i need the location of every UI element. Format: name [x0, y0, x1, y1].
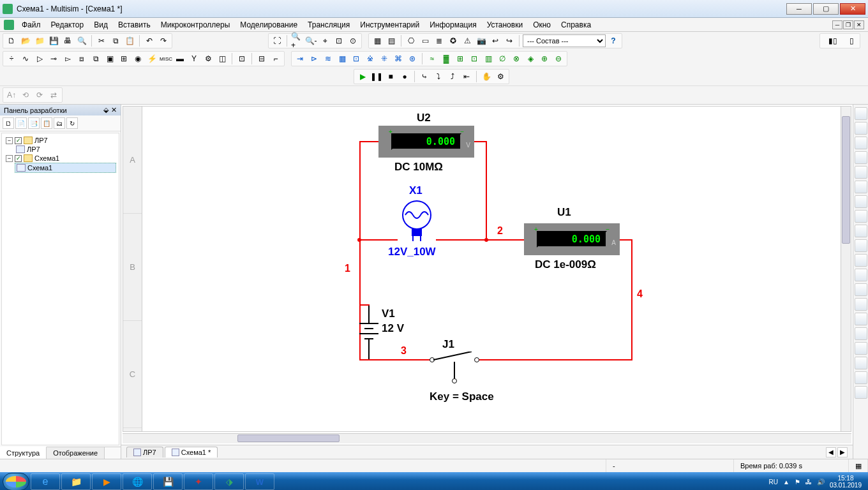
function-gen-button[interactable] — [855, 122, 867, 135]
taskbar-wmp[interactable]: ▶ — [92, 473, 121, 490]
panel-tb-3[interactable]: 📑 — [28, 117, 40, 129]
meas-7-button[interactable]: ⊗ — [510, 52, 523, 65]
pin-icon[interactable]: ⬙ — [103, 106, 108, 114]
place-rf-button[interactable]: Y — [188, 52, 200, 65]
menu-options[interactable]: Установки — [482, 19, 528, 31]
new-button[interactable]: 🗋 — [5, 34, 18, 47]
erc-button[interactable]: ⚠ — [461, 34, 474, 47]
tray-volume-icon[interactable]: 🔊 — [817, 479, 825, 486]
sim-step-out-button[interactable]: ⤴ — [446, 70, 459, 83]
postproc-button[interactable]: ⎔ — [405, 34, 417, 47]
taskbar-chrome[interactable]: 🌐 — [123, 473, 152, 490]
place-basic-button[interactable]: ∿ — [19, 52, 32, 65]
meas-3-button[interactable]: ⊞ — [454, 52, 467, 65]
menu-reports[interactable]: Информация — [424, 19, 481, 31]
wire-black[interactable] — [368, 343, 370, 360]
panel-tb-1[interactable]: 🗋 — [3, 117, 14, 129]
panel-tab-structure[interactable]: Структура — [0, 447, 47, 459]
logic-analyzer-button[interactable] — [855, 225, 867, 237]
menu-file[interactable]: Файл — [17, 19, 46, 31]
tree-child-lr7[interactable]: ЛР7 — [15, 145, 116, 154]
panel-tb-2[interactable]: 📄 — [15, 117, 27, 129]
place-source-button[interactable]: ÷ — [5, 52, 18, 65]
wire[interactable] — [474, 141, 487, 142]
menu-edit[interactable]: Редактор — [46, 19, 89, 31]
probe-7-button[interactable]: ⌘ — [392, 52, 405, 65]
place-transistor-button[interactable]: ⊸ — [47, 52, 60, 65]
meas-6-button[interactable]: ∅ — [496, 52, 509, 65]
meas-2-button[interactable]: ▓ — [440, 52, 453, 65]
component-wizard-button[interactable]: ✪ — [447, 34, 460, 47]
oscilloscope-button[interactable] — [855, 151, 867, 164]
tray-up-icon[interactable]: ▲ — [783, 479, 789, 486]
wire[interactable] — [620, 239, 632, 241]
probe-ref-button[interactable]: ⊡ — [350, 52, 363, 65]
forward-annotate-button[interactable]: ↪ — [503, 34, 516, 47]
zoom-100-button[interactable]: ⊙ — [347, 34, 359, 47]
doc-tab-lr7[interactable]: ЛР7 — [126, 447, 163, 457]
current-probe-button[interactable] — [855, 386, 867, 399]
run-switch[interactable]: ▮▯ — [822, 34, 844, 47]
sim-stop-button[interactable]: ■ — [384, 70, 397, 83]
wire[interactable] — [359, 239, 398, 241]
menu-simulate[interactable]: Моделирование — [235, 19, 303, 31]
wattmeter-button[interactable] — [855, 137, 867, 149]
rotate-right-button[interactable]: ⟳ — [33, 89, 46, 101]
sim-step-back-button[interactable]: ⇤ — [460, 70, 473, 83]
place-ttl-button[interactable]: ⧈ — [75, 52, 88, 65]
sim-run-button[interactable]: ▶ — [356, 70, 369, 83]
mdi-minimize[interactable]: ─ — [832, 20, 842, 29]
collapse-icon[interactable]: − — [6, 137, 13, 144]
tree-root-lr7[interactable]: − ✓ ЛР7 — [4, 136, 116, 145]
menu-help[interactable]: Справка — [556, 19, 596, 31]
meas-9-button[interactable]: ⊕ — [538, 52, 551, 65]
tek-scope-button[interactable] — [855, 357, 867, 369]
menu-transfer[interactable]: Трансляция — [303, 19, 355, 31]
place-cmos-button[interactable]: ⧉ — [89, 52, 102, 65]
place-analog-button[interactable]: ▻ — [61, 52, 74, 65]
place-advanced-button[interactable]: ▬ — [174, 52, 186, 65]
menu-insert[interactable]: Вставить — [113, 19, 156, 31]
checkbox-icon[interactable]: ✓ — [15, 155, 22, 162]
design-tree[interactable]: − ✓ ЛР7 ЛР7 − ✓ Схема1 Схема1 — [1, 133, 119, 445]
place-misc-digital-button[interactable]: ▣ — [103, 52, 116, 65]
capture-button[interactable]: 📷 — [475, 34, 488, 47]
back-annotate-button[interactable]: ↩ — [489, 34, 502, 47]
save-button[interactable]: 💾 — [47, 34, 60, 47]
wire[interactable] — [359, 304, 370, 306]
redo-button[interactable]: ↷ — [157, 34, 170, 47]
schematic-canvas[interactable]: U2 + − 0.000 V DC 10MΩ X1 — [142, 107, 841, 431]
probe-8-button[interactable]: ⊛ — [406, 52, 419, 65]
collapse-icon[interactable]: − — [6, 155, 13, 162]
grapher-button[interactable]: ▤ — [385, 34, 398, 47]
tray-time[interactable]: 15:18 — [830, 475, 862, 482]
print-preview-button[interactable]: 🔍 — [75, 34, 88, 47]
agilent-scope-button[interactable] — [855, 342, 867, 355]
place-power-button[interactable]: ⚡ — [146, 52, 158, 65]
place-indicator-button[interactable]: ◉ — [131, 52, 144, 65]
meas-5-button[interactable]: ▥ — [482, 52, 495, 65]
meas-10-button[interactable]: ⊖ — [552, 52, 565, 65]
taskbar-app1[interactable]: ✦ — [184, 473, 213, 490]
menu-tools[interactable]: Инструментарий — [355, 19, 424, 31]
open-samples-button[interactable]: 📁 — [33, 34, 46, 47]
tree-child-schema1[interactable]: Схема1 — [15, 163, 116, 173]
sim-pause-button[interactable]: ❚❚ — [370, 70, 383, 83]
menu-window[interactable]: Окно — [528, 19, 556, 31]
probe-diff-button[interactable]: ≋ — [322, 52, 334, 65]
horizontal-scrollbar[interactable] — [123, 433, 851, 443]
probe-i-button[interactable]: ⊳ — [308, 52, 320, 65]
doc-tab-schema1[interactable]: Схема1 * — [165, 447, 218, 457]
font-increase-button[interactable]: A↑ — [5, 89, 18, 101]
logic-converter-button[interactable] — [855, 239, 867, 252]
maximize-button[interactable]: ▢ — [813, 3, 839, 15]
iv-analyzer-button[interactable] — [855, 254, 867, 267]
menu-mcu[interactable]: Микроконтроллеры — [156, 19, 236, 31]
open-button[interactable]: 📂 — [19, 34, 32, 47]
spreadsheet-button[interactable]: ▦ — [371, 34, 384, 47]
spectrum-button[interactable] — [855, 283, 867, 296]
minimize-button[interactable]: ─ — [786, 3, 812, 15]
cut-button[interactable]: ✂ — [95, 34, 108, 47]
wire[interactable] — [436, 239, 525, 241]
wire[interactable] — [359, 141, 378, 142]
